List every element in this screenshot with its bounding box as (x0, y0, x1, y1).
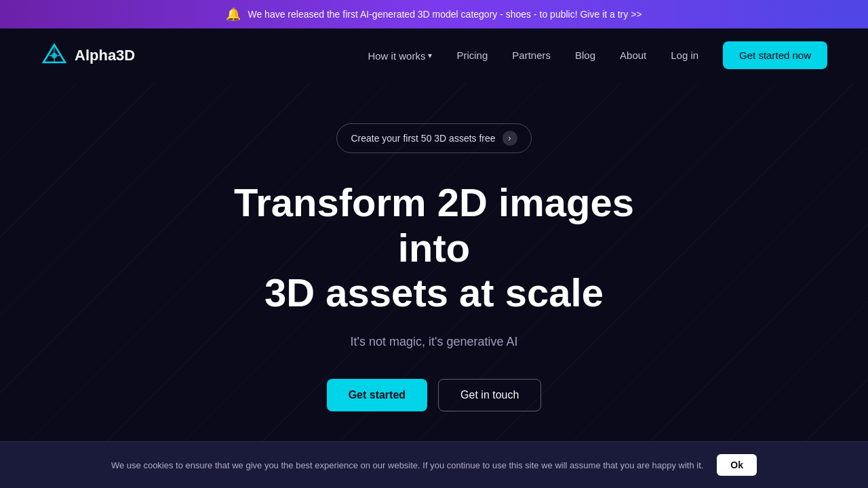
bell-icon: 🔔 (226, 7, 241, 22)
nav-about[interactable]: About (620, 49, 646, 61)
cookie-ok-button[interactable]: Ok (717, 454, 757, 476)
nav-partners[interactable]: Partners (512, 49, 551, 61)
navigation: Alpha3D How it works ▾ Pricing Partners … (0, 28, 868, 83)
promo-pill-text: Create your first 50 3D assets free (351, 133, 495, 144)
nav-links: How it works ▾ Pricing Partners Blog Abo… (368, 49, 827, 62)
hero-subtitle: It's not magic, it's generative AI (14, 335, 854, 349)
arrow-right-icon: › (502, 131, 517, 146)
get-started-button[interactable]: Get started (327, 379, 427, 411)
hero-section: Create your first 50 3D assets free › Tr… (0, 83, 868, 488)
hero-buttons: Get started Get in touch (14, 379, 854, 411)
hero-heading: Transform 2D images into 3D assets at sc… (197, 180, 671, 316)
cookie-banner: We use cookies to ensure that we give yo… (0, 441, 868, 488)
logo[interactable]: Alpha3D (41, 42, 135, 69)
nav-login[interactable]: Log in (671, 49, 698, 61)
promo-pill[interactable]: Create your first 50 3D assets free › (336, 123, 531, 153)
get-in-touch-button[interactable]: Get in touch (438, 379, 541, 411)
cookie-text: We use cookies to ensure that we give yo… (111, 460, 703, 470)
nav-how-it-works[interactable]: How it works ▾ (368, 50, 432, 62)
nav-pricing[interactable]: Pricing (456, 49, 488, 61)
nav-get-started[interactable]: Get started now (723, 41, 827, 69)
svg-point-0 (52, 53, 57, 58)
announcement-bar[interactable]: 🔔 We have released the first AI-generate… (0, 0, 868, 28)
announcement-text: We have released the first AI-generated … (248, 9, 642, 20)
nav-blog[interactable]: Blog (575, 49, 595, 61)
logo-text: Alpha3D (75, 47, 135, 64)
logo-icon (41, 42, 68, 69)
chevron-down-icon: ▾ (428, 51, 432, 60)
